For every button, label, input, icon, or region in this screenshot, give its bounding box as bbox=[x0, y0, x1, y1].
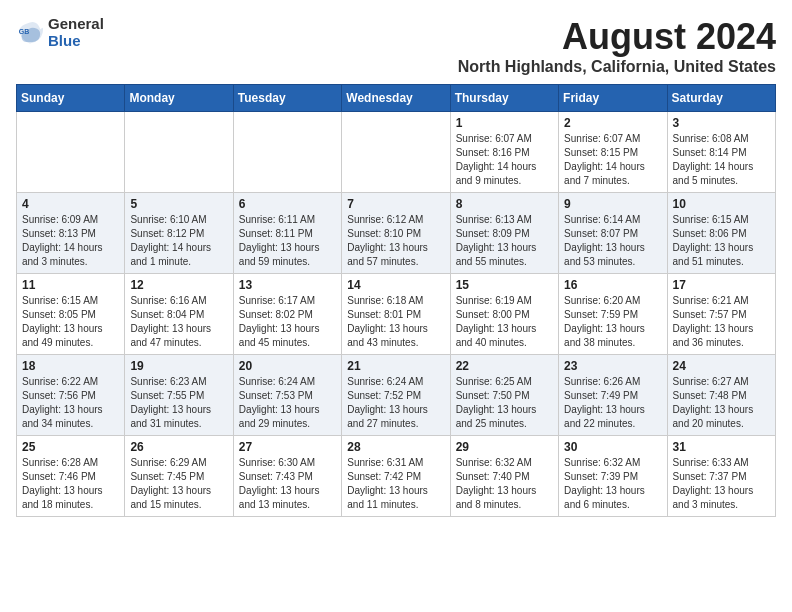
day-number: 8 bbox=[456, 197, 553, 211]
day-cell: 12Sunrise: 6:16 AM Sunset: 8:04 PM Dayli… bbox=[125, 274, 233, 355]
calendar-table: SundayMondayTuesdayWednesdayThursdayFrid… bbox=[16, 84, 776, 517]
day-cell: 10Sunrise: 6:15 AM Sunset: 8:06 PM Dayli… bbox=[667, 193, 775, 274]
day-info: Sunrise: 6:09 AM Sunset: 8:13 PM Dayligh… bbox=[22, 213, 119, 269]
day-info: Sunrise: 6:32 AM Sunset: 7:39 PM Dayligh… bbox=[564, 456, 661, 512]
day-cell bbox=[342, 112, 450, 193]
week-row-1: 1Sunrise: 6:07 AM Sunset: 8:16 PM Daylig… bbox=[17, 112, 776, 193]
day-info: Sunrise: 6:25 AM Sunset: 7:50 PM Dayligh… bbox=[456, 375, 553, 431]
day-number: 31 bbox=[673, 440, 770, 454]
day-cell: 4Sunrise: 6:09 AM Sunset: 8:13 PM Daylig… bbox=[17, 193, 125, 274]
logo-text: General Blue bbox=[48, 16, 104, 49]
title-block: August 2024 North Highlands, California,… bbox=[458, 16, 776, 76]
day-number: 23 bbox=[564, 359, 661, 373]
day-info: Sunrise: 6:32 AM Sunset: 7:40 PM Dayligh… bbox=[456, 456, 553, 512]
day-info: Sunrise: 6:29 AM Sunset: 7:45 PM Dayligh… bbox=[130, 456, 227, 512]
day-number: 25 bbox=[22, 440, 119, 454]
day-info: Sunrise: 6:14 AM Sunset: 8:07 PM Dayligh… bbox=[564, 213, 661, 269]
day-cell: 28Sunrise: 6:31 AM Sunset: 7:42 PM Dayli… bbox=[342, 436, 450, 517]
day-cell: 16Sunrise: 6:20 AM Sunset: 7:59 PM Dayli… bbox=[559, 274, 667, 355]
day-info: Sunrise: 6:11 AM Sunset: 8:11 PM Dayligh… bbox=[239, 213, 336, 269]
logo-blue-text: Blue bbox=[48, 33, 104, 50]
day-info: Sunrise: 6:19 AM Sunset: 8:00 PM Dayligh… bbox=[456, 294, 553, 350]
day-number: 17 bbox=[673, 278, 770, 292]
day-number: 3 bbox=[673, 116, 770, 130]
day-cell bbox=[125, 112, 233, 193]
day-number: 28 bbox=[347, 440, 444, 454]
week-row-3: 11Sunrise: 6:15 AM Sunset: 8:05 PM Dayli… bbox=[17, 274, 776, 355]
subtitle: North Highlands, California, United Stat… bbox=[458, 58, 776, 76]
day-info: Sunrise: 6:28 AM Sunset: 7:46 PM Dayligh… bbox=[22, 456, 119, 512]
day-cell bbox=[17, 112, 125, 193]
header-cell-sunday: Sunday bbox=[17, 85, 125, 112]
day-number: 11 bbox=[22, 278, 119, 292]
day-info: Sunrise: 6:10 AM Sunset: 8:12 PM Dayligh… bbox=[130, 213, 227, 269]
day-info: Sunrise: 6:18 AM Sunset: 8:01 PM Dayligh… bbox=[347, 294, 444, 350]
day-info: Sunrise: 6:24 AM Sunset: 7:52 PM Dayligh… bbox=[347, 375, 444, 431]
svg-text:GB: GB bbox=[19, 28, 30, 35]
day-cell: 1Sunrise: 6:07 AM Sunset: 8:16 PM Daylig… bbox=[450, 112, 558, 193]
day-cell: 6Sunrise: 6:11 AM Sunset: 8:11 PM Daylig… bbox=[233, 193, 341, 274]
day-number: 18 bbox=[22, 359, 119, 373]
day-info: Sunrise: 6:20 AM Sunset: 7:59 PM Dayligh… bbox=[564, 294, 661, 350]
day-info: Sunrise: 6:22 AM Sunset: 7:56 PM Dayligh… bbox=[22, 375, 119, 431]
day-cell: 23Sunrise: 6:26 AM Sunset: 7:49 PM Dayli… bbox=[559, 355, 667, 436]
day-number: 19 bbox=[130, 359, 227, 373]
day-cell: 8Sunrise: 6:13 AM Sunset: 8:09 PM Daylig… bbox=[450, 193, 558, 274]
day-info: Sunrise: 6:07 AM Sunset: 8:16 PM Dayligh… bbox=[456, 132, 553, 188]
day-info: Sunrise: 6:16 AM Sunset: 8:04 PM Dayligh… bbox=[130, 294, 227, 350]
day-number: 1 bbox=[456, 116, 553, 130]
day-cell: 21Sunrise: 6:24 AM Sunset: 7:52 PM Dayli… bbox=[342, 355, 450, 436]
day-cell: 15Sunrise: 6:19 AM Sunset: 8:00 PM Dayli… bbox=[450, 274, 558, 355]
header-row: SundayMondayTuesdayWednesdayThursdayFrid… bbox=[17, 85, 776, 112]
day-info: Sunrise: 6:15 AM Sunset: 8:06 PM Dayligh… bbox=[673, 213, 770, 269]
day-number: 29 bbox=[456, 440, 553, 454]
day-cell bbox=[233, 112, 341, 193]
header-cell-tuesday: Tuesday bbox=[233, 85, 341, 112]
day-number: 22 bbox=[456, 359, 553, 373]
day-cell: 25Sunrise: 6:28 AM Sunset: 7:46 PM Dayli… bbox=[17, 436, 125, 517]
header-cell-saturday: Saturday bbox=[667, 85, 775, 112]
day-cell: 14Sunrise: 6:18 AM Sunset: 8:01 PM Dayli… bbox=[342, 274, 450, 355]
day-info: Sunrise: 6:24 AM Sunset: 7:53 PM Dayligh… bbox=[239, 375, 336, 431]
day-info: Sunrise: 6:15 AM Sunset: 8:05 PM Dayligh… bbox=[22, 294, 119, 350]
day-number: 27 bbox=[239, 440, 336, 454]
day-cell: 17Sunrise: 6:21 AM Sunset: 7:57 PM Dayli… bbox=[667, 274, 775, 355]
day-number: 6 bbox=[239, 197, 336, 211]
day-info: Sunrise: 6:23 AM Sunset: 7:55 PM Dayligh… bbox=[130, 375, 227, 431]
day-cell: 30Sunrise: 6:32 AM Sunset: 7:39 PM Dayli… bbox=[559, 436, 667, 517]
day-info: Sunrise: 6:31 AM Sunset: 7:42 PM Dayligh… bbox=[347, 456, 444, 512]
day-number: 2 bbox=[564, 116, 661, 130]
day-info: Sunrise: 6:30 AM Sunset: 7:43 PM Dayligh… bbox=[239, 456, 336, 512]
day-number: 24 bbox=[673, 359, 770, 373]
week-row-4: 18Sunrise: 6:22 AM Sunset: 7:56 PM Dayli… bbox=[17, 355, 776, 436]
day-info: Sunrise: 6:12 AM Sunset: 8:10 PM Dayligh… bbox=[347, 213, 444, 269]
day-cell: 29Sunrise: 6:32 AM Sunset: 7:40 PM Dayli… bbox=[450, 436, 558, 517]
day-number: 12 bbox=[130, 278, 227, 292]
day-number: 10 bbox=[673, 197, 770, 211]
week-row-5: 25Sunrise: 6:28 AM Sunset: 7:46 PM Dayli… bbox=[17, 436, 776, 517]
header-cell-monday: Monday bbox=[125, 85, 233, 112]
header-cell-thursday: Thursday bbox=[450, 85, 558, 112]
header-cell-friday: Friday bbox=[559, 85, 667, 112]
page-header: GB General Blue August 2024 North Highla… bbox=[16, 16, 776, 76]
day-cell: 13Sunrise: 6:17 AM Sunset: 8:02 PM Dayli… bbox=[233, 274, 341, 355]
day-cell: 27Sunrise: 6:30 AM Sunset: 7:43 PM Dayli… bbox=[233, 436, 341, 517]
day-number: 9 bbox=[564, 197, 661, 211]
day-cell: 31Sunrise: 6:33 AM Sunset: 7:37 PM Dayli… bbox=[667, 436, 775, 517]
logo-icon: GB bbox=[16, 19, 44, 47]
day-info: Sunrise: 6:33 AM Sunset: 7:37 PM Dayligh… bbox=[673, 456, 770, 512]
day-cell: 9Sunrise: 6:14 AM Sunset: 8:07 PM Daylig… bbox=[559, 193, 667, 274]
day-number: 15 bbox=[456, 278, 553, 292]
day-cell: 7Sunrise: 6:12 AM Sunset: 8:10 PM Daylig… bbox=[342, 193, 450, 274]
day-info: Sunrise: 6:07 AM Sunset: 8:15 PM Dayligh… bbox=[564, 132, 661, 188]
day-number: 21 bbox=[347, 359, 444, 373]
day-number: 16 bbox=[564, 278, 661, 292]
day-info: Sunrise: 6:27 AM Sunset: 7:48 PM Dayligh… bbox=[673, 375, 770, 431]
day-cell: 3Sunrise: 6:08 AM Sunset: 8:14 PM Daylig… bbox=[667, 112, 775, 193]
day-number: 4 bbox=[22, 197, 119, 211]
day-number: 30 bbox=[564, 440, 661, 454]
logo: GB General Blue bbox=[16, 16, 104, 49]
day-cell: 11Sunrise: 6:15 AM Sunset: 8:05 PM Dayli… bbox=[17, 274, 125, 355]
week-row-2: 4Sunrise: 6:09 AM Sunset: 8:13 PM Daylig… bbox=[17, 193, 776, 274]
day-info: Sunrise: 6:08 AM Sunset: 8:14 PM Dayligh… bbox=[673, 132, 770, 188]
